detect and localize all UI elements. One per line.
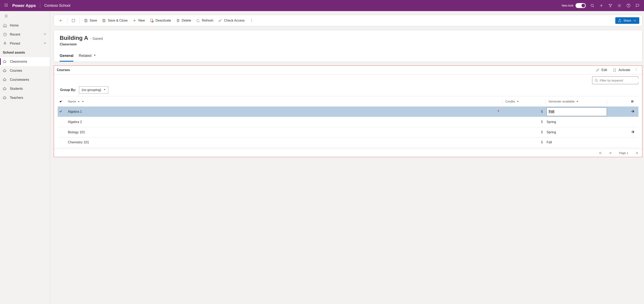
puzzle-icon bbox=[3, 60, 7, 64]
chevron-down-icon[interactable] bbox=[576, 100, 579, 103]
row-open-icon[interactable] bbox=[630, 109, 638, 114]
environment-name[interactable]: Contoso School bbox=[44, 4, 70, 8]
cell-credits[interactable]: 5 bbox=[502, 110, 545, 114]
toggle-switch-icon[interactable] bbox=[576, 3, 586, 8]
content-area: Save Save & Close New Deactivate Delete bbox=[50, 11, 644, 304]
next-page-icon[interactable] bbox=[635, 151, 638, 155]
new-look-toggle[interactable]: New look bbox=[562, 3, 586, 8]
tab-related[interactable]: Related bbox=[79, 52, 96, 62]
chevron-down-icon bbox=[43, 32, 47, 37]
filter-input[interactable] bbox=[592, 76, 638, 84]
nav-courses[interactable]: Courses bbox=[0, 66, 50, 75]
chevron-down-icon[interactable] bbox=[82, 100, 84, 103]
column-name[interactable]: Name bbox=[67, 100, 493, 103]
nav-item-label: Teachers bbox=[10, 96, 23, 100]
nav-coursewares[interactable]: Coursewares bbox=[0, 75, 50, 84]
save-column-icon[interactable] bbox=[630, 100, 638, 103]
chevron-down-icon bbox=[633, 19, 637, 23]
search-icon[interactable] bbox=[588, 2, 597, 10]
nav-students[interactable]: Students bbox=[0, 84, 50, 93]
hamburger-icon[interactable] bbox=[0, 11, 50, 21]
column-credits[interactable]: Credits bbox=[502, 99, 545, 104]
puzzle-icon bbox=[3, 78, 7, 82]
table-row[interactable]: Algebra 1 * 5 Fall bbox=[58, 106, 638, 117]
page-indicator: Page 1 bbox=[619, 151, 628, 155]
cell-name[interactable]: Chemistry 101 bbox=[67, 140, 493, 144]
check-access-button[interactable]: Check Access bbox=[216, 17, 246, 24]
clock-icon bbox=[3, 33, 7, 37]
share-button[interactable]: Share bbox=[615, 17, 639, 24]
groupby-value: (no grouping) bbox=[82, 88, 101, 92]
column-semester[interactable]: Semester available bbox=[545, 99, 607, 104]
filter-text-input[interactable] bbox=[600, 79, 639, 82]
col-semester-label: Semester available bbox=[547, 100, 575, 103]
home-icon bbox=[3, 24, 7, 28]
new-button[interactable]: New bbox=[130, 17, 147, 24]
cell-credits[interactable]: 5 bbox=[502, 140, 545, 144]
deactivate-button[interactable]: Deactivate bbox=[148, 17, 173, 24]
cell-semester[interactable]: Fall bbox=[545, 140, 607, 144]
row-open-icon[interactable] bbox=[630, 130, 638, 135]
open-new-window-button[interactable] bbox=[69, 17, 78, 24]
cell-name[interactable]: Algebra 1 bbox=[67, 110, 493, 114]
subgrid-more-button[interactable] bbox=[633, 68, 639, 72]
subgrid-title: Courses bbox=[57, 68, 70, 72]
back-button[interactable] bbox=[57, 17, 65, 24]
table-row[interactable]: Biology 101 5 Spring bbox=[58, 127, 638, 137]
app-launcher-icon[interactable] bbox=[2, 3, 10, 8]
table-row[interactable]: Chemistry 101 5 Fall bbox=[58, 137, 638, 147]
cell-credits[interactable]: 5 bbox=[502, 130, 545, 134]
row-selected-check-icon[interactable] bbox=[58, 109, 67, 114]
table-row[interactable]: Algebra 2 5 Spring bbox=[58, 117, 638, 127]
save-icon bbox=[84, 19, 88, 23]
cell-name[interactable]: Biology 101 bbox=[67, 130, 493, 134]
select-all-checkbox[interactable] bbox=[58, 100, 67, 103]
tab-general[interactable]: General bbox=[60, 52, 74, 62]
command-bar: Save Save & Close New Deactivate Delete bbox=[54, 15, 642, 26]
subgrid-edit-button[interactable]: Edit bbox=[593, 67, 610, 73]
form-tabs: General Related bbox=[60, 52, 636, 62]
chevron-down-icon bbox=[43, 41, 47, 46]
nav-classrooms[interactable]: Classrooms bbox=[0, 57, 50, 66]
prev-page-icon[interactable] bbox=[609, 151, 612, 155]
cell-credits[interactable]: 5 bbox=[502, 120, 545, 124]
top-bar: Power Apps Contoso School New look bbox=[0, 0, 644, 11]
record-status: - Saved bbox=[90, 37, 103, 41]
editing-value[interactable]: Fall bbox=[548, 110, 554, 114]
add-icon[interactable] bbox=[597, 2, 606, 10]
chat-icon[interactable] bbox=[633, 2, 642, 10]
settings-icon[interactable] bbox=[615, 2, 624, 10]
cell-semester[interactable]: Spring bbox=[545, 130, 607, 134]
groupby-select[interactable]: (no grouping) bbox=[79, 86, 108, 94]
record-entity: Classroom bbox=[60, 43, 636, 46]
nav-recent-label: Recent bbox=[10, 33, 20, 36]
filter-icon[interactable] bbox=[606, 2, 615, 10]
puzzle-icon bbox=[3, 69, 7, 73]
nav-pinned[interactable]: Pinned bbox=[0, 39, 50, 48]
deactivate-icon bbox=[150, 19, 154, 23]
chevron-down-icon[interactable] bbox=[516, 100, 519, 103]
more-commands-button[interactable] bbox=[248, 17, 256, 24]
delete-button[interactable]: Delete bbox=[174, 17, 193, 24]
save-close-label: Save & Close bbox=[108, 19, 128, 22]
refresh-button[interactable]: Refresh bbox=[194, 17, 215, 24]
col-credits-label: Credits bbox=[504, 100, 515, 103]
cell-semester-editing[interactable]: Fall bbox=[545, 107, 607, 116]
help-icon[interactable] bbox=[624, 2, 633, 10]
nav-home[interactable]: Home bbox=[0, 21, 50, 30]
cell-semester[interactable]: Spring bbox=[545, 120, 607, 124]
save-close-button[interactable]: Save & Close bbox=[100, 17, 130, 24]
save-button[interactable]: Save bbox=[82, 17, 99, 24]
nav-item-label: Courses bbox=[10, 69, 22, 73]
nav-item-label: Classrooms bbox=[10, 60, 27, 63]
cell-name[interactable]: Algebra 2 bbox=[67, 120, 493, 124]
nav-recent[interactable]: Recent bbox=[0, 30, 50, 39]
nav-teachers[interactable]: Teachers bbox=[0, 93, 50, 102]
delete-label: Delete bbox=[182, 19, 191, 22]
refresh-label: Refresh bbox=[202, 19, 213, 22]
subgrid-activate-button[interactable]: Activate bbox=[610, 67, 633, 73]
first-page-icon[interactable] bbox=[599, 151, 602, 155]
courses-subgrid: Courses Edit Activate bbox=[54, 66, 642, 157]
share-icon bbox=[618, 19, 622, 23]
app-name: Power Apps bbox=[12, 3, 40, 8]
